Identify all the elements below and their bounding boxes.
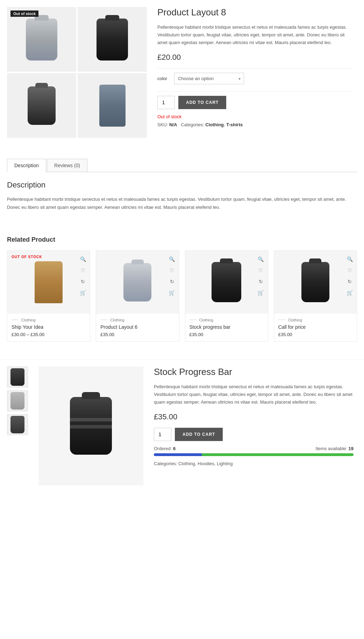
out-of-stock-overlay-1: OUT OF STOCK — [12, 255, 42, 259]
progress-bar-blue — [154, 453, 202, 456]
cat-link-clothing[interactable]: Clothing — [178, 461, 195, 466]
add-to-cart-button[interactable]: ADD TO CART — [178, 96, 226, 109]
out-of-stock-badge: Out of stock — [10, 10, 38, 17]
card-name-3[interactable]: Stock progress bar — [190, 324, 264, 330]
compare-icon-4[interactable]: ↻ — [345, 277, 354, 286]
search-icon-2[interactable]: 🔍 — [168, 255, 176, 263]
categories-line-2: Categories: Clothing, Hoodies, Lighting — [154, 461, 354, 466]
category-dash-4 — [278, 320, 285, 320]
product-image-2[interactable] — [78, 7, 147, 72]
product-title: Product Layout 8 — [157, 7, 354, 18]
product-section-1: Out of stock Product Layout 8 Pellentesq… — [0, 0, 364, 145]
color-select-wrapper[interactable]: Choose an option — [174, 73, 244, 84]
wishlist-icon-4[interactable]: ♡ — [345, 266, 354, 275]
product-image-3[interactable] — [7, 73, 76, 138]
related-card-body-4: Clothing Call for price £35.00 — [274, 314, 357, 341]
compare-icon-1[interactable]: ↻ — [79, 277, 87, 286]
related-title: Related Product — [7, 236, 357, 243]
category-dash-3 — [190, 320, 197, 320]
product-images: Out of stock — [7, 7, 147, 138]
card-category-line-3: Clothing — [190, 318, 264, 322]
sku-label: SKU: — [157, 122, 168, 127]
cart-icon-2[interactable]: 🛒 — [168, 289, 176, 297]
product-image-1[interactable]: Out of stock — [7, 7, 76, 72]
cat-link-hoodies[interactable]: Hoodies — [198, 461, 214, 466]
product2-add-cart-row: ADD TO CART — [154, 428, 354, 441]
cat-link-lighting[interactable]: Lighting — [217, 461, 233, 466]
add-to-cart-row: ADD TO CART — [157, 96, 354, 109]
card-price-2: £35.00 — [100, 332, 174, 337]
card-actions-4: 🔍 ♡ ↻ 🛒 — [345, 255, 354, 297]
color-select[interactable]: Choose an option — [174, 73, 244, 84]
product-info-2: Stock Progress Bar Pellentesque habitant… — [150, 367, 357, 485]
compare-icon-3[interactable]: ↻ — [257, 277, 265, 286]
thumbnail-1[interactable] — [7, 367, 28, 388]
product-price: £20.00 — [157, 53, 354, 62]
card-actions-2: 🔍 ♡ ↻ 🛒 — [168, 255, 176, 297]
divider-1 — [157, 68, 354, 69]
compare-icon-2[interactable]: ↻ — [168, 277, 176, 286]
ordered-value: 6 — [173, 446, 176, 451]
product-image-4[interactable] — [78, 73, 147, 138]
out-of-stock-label: Out of stock — [157, 114, 354, 119]
card-price-3: £35.00 — [190, 332, 264, 337]
tab-reviews[interactable]: Reviews (0) — [47, 159, 87, 172]
card-name-1[interactable]: Ship Your Idea — [12, 324, 86, 330]
progress-bar-green — [202, 453, 354, 456]
card-category-line-1: Clothing — [12, 318, 86, 322]
category-dash-2 — [100, 320, 107, 320]
card-name-4[interactable]: Call for price — [278, 324, 352, 330]
card-category-4: Clothing — [288, 318, 302, 322]
related-card-img-4[interactable]: 🔍 ♡ ↻ 🛒 — [274, 251, 357, 314]
ordered-label: Ordered: — [154, 446, 172, 451]
tabs-section: Description Reviews (0) Description Pell… — [0, 152, 364, 219]
divider-2 — [157, 91, 354, 92]
cart-icon-1[interactable]: 🛒 — [79, 289, 87, 297]
related-card-img-3[interactable]: 🔍 ♡ ↻ 🛒 — [185, 251, 268, 314]
product2-description: Pellentesque habitant morbi tristique se… — [154, 383, 354, 406]
product-description: Pellentesque habitant morbi tristique se… — [157, 23, 354, 47]
cart-icon-3[interactable]: 🛒 — [257, 289, 265, 297]
related-card-body-2: Clothing Product Layout 6 £35.00 — [96, 314, 179, 341]
product2-title: Stock Progress Bar — [154, 367, 354, 377]
related-card-3: 🔍 ♡ ↻ 🛒 Clothing Stock progress bar £35.… — [185, 250, 268, 342]
category-dash-1 — [12, 320, 19, 320]
product-main-image[interactable] — [38, 367, 143, 485]
quantity-input[interactable] — [157, 96, 175, 109]
category-link-tshirts[interactable]: T-shirts — [226, 122, 243, 127]
stock-progress-bar — [154, 453, 354, 456]
product-thumbnails — [7, 367, 31, 485]
related-card-body-3: Clothing Stock progress bar £35.00 — [185, 314, 268, 341]
image-grid: Out of stock — [7, 7, 147, 138]
product2-add-to-cart-button[interactable]: ADD TO CART — [175, 428, 223, 441]
related-card-img-2[interactable]: 🔍 ♡ ↻ 🛒 — [96, 251, 179, 314]
search-icon-4[interactable]: 🔍 — [345, 255, 354, 263]
related-card-body-1: Clothing Ship Your Idea £30.00 – £35.00 — [7, 314, 90, 341]
available-value: 19 — [349, 446, 354, 451]
wishlist-icon-2[interactable]: ♡ — [168, 266, 176, 275]
tab-content-text: Pellentesque habitant morbi tristique se… — [7, 195, 357, 212]
category-link-clothing[interactable]: Clothing — [205, 122, 224, 127]
categories-label-2: Categories: — [154, 461, 177, 466]
wishlist-icon-3[interactable]: ♡ — [257, 266, 265, 275]
related-card-img-1[interactable]: OUT OF STOCK 🔍 ♡ ↻ 🛒 — [7, 251, 90, 314]
categories-label: Categories: — [181, 122, 204, 127]
ordered-info: Ordered: 6 — [154, 446, 176, 451]
thumbnail-3[interactable] — [7, 414, 28, 435]
card-name-2[interactable]: Product Layout 6 — [100, 324, 174, 330]
product-options: color Choose an option — [157, 73, 354, 84]
search-icon-3[interactable]: 🔍 — [257, 255, 265, 263]
product2-quantity-input[interactable] — [154, 428, 171, 441]
search-icon-1[interactable]: 🔍 — [79, 255, 87, 263]
card-actions-1: 🔍 ♡ ↻ 🛒 — [79, 255, 87, 297]
cart-icon-4[interactable]: 🛒 — [345, 289, 354, 297]
product-info: Product Layout 8 Pellentesque habitant m… — [154, 7, 357, 138]
tab-content-title: Description — [7, 180, 357, 190]
product-section-2: Stock Progress Bar Pellentesque habitant… — [0, 359, 364, 492]
wishlist-icon-1[interactable]: ♡ — [79, 266, 87, 275]
thumbnail-2[interactable] — [7, 390, 28, 411]
tab-description[interactable]: Description — [7, 159, 46, 172]
card-category-1: Clothing — [21, 318, 35, 322]
card-price-1: £30.00 – £35.00 — [12, 332, 86, 337]
card-category-line-4: Clothing — [278, 318, 352, 322]
